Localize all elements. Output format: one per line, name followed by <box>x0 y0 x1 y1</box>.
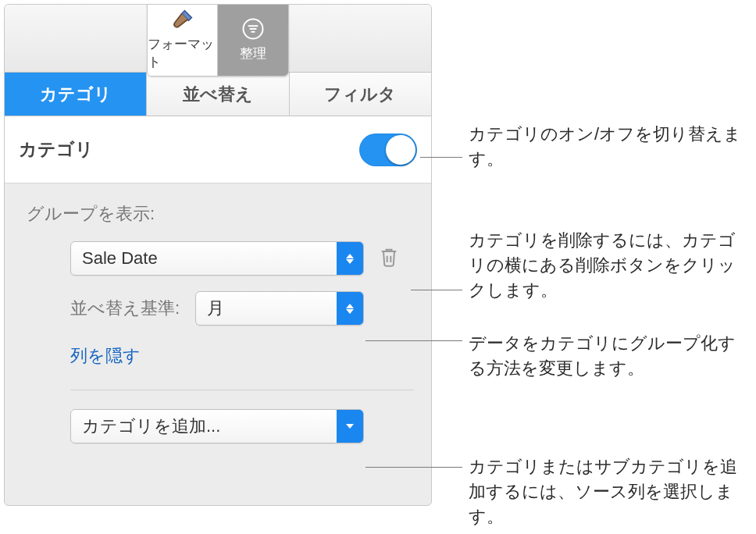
sortby-value: 月 <box>196 297 224 320</box>
tab-sort[interactable]: 並べ替え <box>147 73 289 116</box>
category-content: グループを表示: Sale Date 並べ替え基準: 月 <box>5 183 431 443</box>
category-toggle[interactable] <box>359 134 417 166</box>
organize-icon <box>241 15 265 43</box>
sortby-popup[interactable]: 月 <box>195 291 364 326</box>
callout-group: データをカテゴリにグループ化する方法を変更します。 <box>469 331 750 381</box>
inspector-panel: フォーマット 整理 カテゴリ 並べ替え フィルタ カテゴリ グルー <box>4 4 432 506</box>
section-title: カテゴリ <box>19 137 94 162</box>
popup-stepper-icon <box>337 242 363 275</box>
leader-line <box>420 157 462 158</box>
toolbar-segment: フォーマット 整理 <box>147 4 289 77</box>
leader-line <box>411 290 462 290</box>
tab-bar: カテゴリ 並べ替え フィルタ <box>5 73 431 116</box>
add-category-label: カテゴリを追加... <box>71 415 220 438</box>
leader-line <box>366 340 462 341</box>
organize-label: 整理 <box>240 43 266 67</box>
paintbrush-icon <box>171 5 194 34</box>
tab-filter[interactable]: フィルタ <box>290 73 431 116</box>
trash-icon[interactable] <box>378 245 400 272</box>
hide-column-link[interactable]: 列を隠す <box>70 344 141 368</box>
source-column-value: Sale Date <box>71 248 158 269</box>
callout-add: カテゴリまたはサブカテゴリを追加するには、ソース列を選択します。 <box>469 454 750 529</box>
callout-delete: カテゴリを削除するには、カテゴリの横にある削除ボタンをクリックします。 <box>469 228 750 303</box>
chevron-down-icon <box>337 410 363 443</box>
callout-toggle: カテゴリのオン/オフを切り替えます。 <box>469 122 750 172</box>
groups-label: グループを表示: <box>27 202 417 226</box>
separator <box>70 390 414 390</box>
source-column-popup[interactable]: Sale Date <box>70 241 364 276</box>
category-enable-row: カテゴリ <box>5 116 431 183</box>
format-label: フォーマット <box>148 34 217 76</box>
organize-button[interactable]: 整理 <box>218 4 288 76</box>
toggle-knob <box>386 135 415 165</box>
leader-line <box>366 467 462 468</box>
add-category-popup[interactable]: カテゴリを追加... <box>70 409 364 443</box>
format-button[interactable]: フォーマット <box>148 4 218 76</box>
sortby-label: 並べ替え基準: <box>70 297 195 320</box>
popup-stepper-icon <box>337 292 363 325</box>
toolbar: フォーマット 整理 <box>5 5 431 73</box>
tab-category[interactable]: カテゴリ <box>5 73 147 116</box>
